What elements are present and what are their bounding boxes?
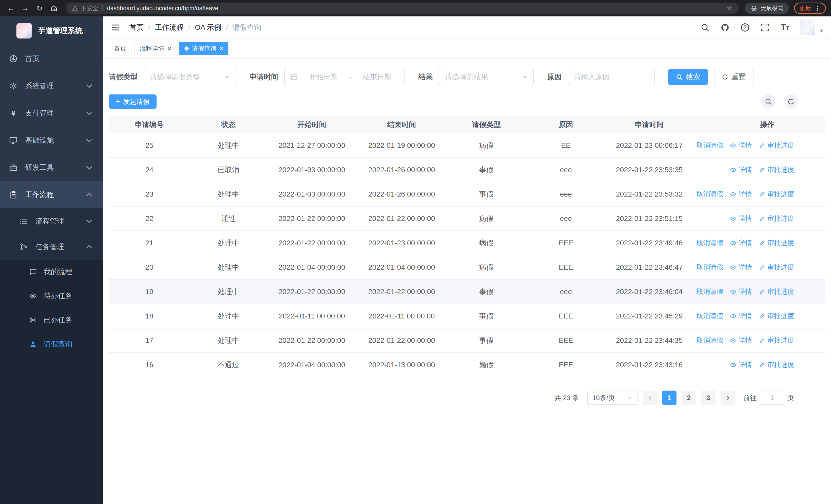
sidebar-item-system[interactable]: 系统管理 xyxy=(0,72,103,99)
action-detail-link[interactable]: 详情 xyxy=(730,238,752,247)
incognito-badge: 无痕模式 xyxy=(745,3,789,14)
action-progress-link[interactable]: 审批进度 xyxy=(758,214,794,223)
back-icon[interactable]: ← xyxy=(5,3,17,14)
action-progress-link[interactable]: 审批进度 xyxy=(758,287,794,296)
cell-status: 不通过 xyxy=(190,360,267,370)
github-icon[interactable] xyxy=(720,22,730,33)
action-detail-link[interactable]: 详情 xyxy=(730,360,752,369)
action-progress-link[interactable]: 审批进度 xyxy=(758,190,794,199)
cell-leave-type: 婚假 xyxy=(447,360,526,370)
sidebar-item-infrastructure[interactable]: 基础设施 xyxy=(0,127,103,154)
refresh-table-icon[interactable] xyxy=(784,94,798,109)
page-button-2[interactable]: 2 xyxy=(682,391,696,405)
leave-type-select[interactable]: 请选择请假类型 xyxy=(144,69,236,85)
home-icon[interactable] xyxy=(48,3,60,14)
sidebar-item-done-tasks[interactable]: 已办任务 xyxy=(0,308,103,332)
action-progress-link[interactable]: 审批进度 xyxy=(758,336,794,345)
sidebar-item-label: 待办任务 xyxy=(44,291,73,301)
url-divider xyxy=(103,5,103,11)
action-progress-link[interactable]: 审批进度 xyxy=(758,360,794,369)
cell-operations: 取消请假详情审批进度 xyxy=(693,238,825,247)
table-header: 申请编号 状态 开始时间 结束时间 请假类型 原因 申请时间 操作 xyxy=(109,116,825,134)
action-cancel-link[interactable]: 取消请假 xyxy=(693,336,723,345)
sidebar-collapse-icon[interactable] xyxy=(108,20,123,35)
sidebar-item-leave-query[interactable]: 请假查询 xyxy=(0,332,103,356)
user-avatar[interactable] xyxy=(800,20,815,35)
page-button-3[interactable]: 3 xyxy=(701,391,716,405)
app-logo: 芋道管理系统 xyxy=(0,17,103,45)
date-range-picker[interactable]: 开始日期 - 结束日期 xyxy=(284,69,405,85)
font-size-icon[interactable]: TT xyxy=(780,22,790,33)
cell-leave-type: 病假 xyxy=(447,214,526,224)
toggle-search-icon[interactable] xyxy=(761,94,776,109)
sidebar-item-label: 研发工具 xyxy=(25,163,54,173)
cell-end-time: 2022-01-22 00:00:00 xyxy=(357,214,447,223)
sidebar-item-home[interactable]: 首页 xyxy=(0,45,103,72)
page-button-1[interactable]: 1 xyxy=(662,391,677,405)
result-select[interactable]: 请选择流结果 xyxy=(439,69,534,85)
forward-icon[interactable]: → xyxy=(20,3,31,14)
sidebar-item-my-process[interactable]: 我的流程 xyxy=(0,260,103,284)
cell-apply-time: 2022-01-23 00:06:17 xyxy=(606,141,693,150)
prev-page-button[interactable] xyxy=(642,391,657,405)
result-label: 结果 xyxy=(418,72,433,82)
action-progress-link[interactable]: 审批进度 xyxy=(758,312,794,321)
action-detail-link[interactable]: 详情 xyxy=(730,287,752,296)
page-size-select[interactable]: 10条/页 xyxy=(587,391,637,405)
action-cancel-link[interactable]: 取消请假 xyxy=(693,190,723,199)
goto-page-input[interactable] xyxy=(761,391,783,405)
search-icon[interactable] xyxy=(700,22,710,33)
bookmark-star-icon[interactable]: ☆ xyxy=(726,4,733,12)
close-icon[interactable]: × xyxy=(220,45,223,52)
security-indicator[interactable]: 不安全 xyxy=(72,4,98,12)
help-icon[interactable]: ? xyxy=(740,22,750,33)
action-progress-link[interactable]: 审批进度 xyxy=(758,238,794,247)
tab-home[interactable]: 首页 xyxy=(109,42,132,55)
goto-suffix: 页 xyxy=(787,393,794,403)
cell-end-time: 2022-01-11 00:00:00 xyxy=(357,312,447,320)
action-progress-link[interactable]: 审批进度 xyxy=(758,141,794,150)
action-detail-link[interactable]: 详情 xyxy=(730,165,752,174)
action-detail-link[interactable]: 详情 xyxy=(730,214,752,223)
action-progress-link[interactable]: 审批进度 xyxy=(758,165,794,174)
browser-update-button[interactable]: 更新 ⋮ xyxy=(794,3,826,14)
action-cancel-link[interactable]: 取消请假 xyxy=(693,312,723,321)
sidebar-item-process-mgmt[interactable]: 流程管理 xyxy=(0,208,103,234)
breadcrumb-home[interactable]: 首页 xyxy=(130,23,144,32)
avatar-caret-icon[interactable]: ▾ xyxy=(820,27,823,35)
breadcrumb-workflow[interactable]: 工作流程 xyxy=(155,23,184,32)
tab-leave-query[interactable]: 请假查询 × xyxy=(179,42,228,55)
sidebar-item-todo-tasks[interactable]: 待办任务 xyxy=(0,284,103,308)
action-cancel-link[interactable]: 取消请假 xyxy=(693,263,723,272)
create-leave-button[interactable]: + 发起请假 xyxy=(109,94,156,109)
fullscreen-icon[interactable] xyxy=(760,22,770,33)
close-icon[interactable]: × xyxy=(167,45,171,52)
action-cancel-link[interactable]: 取消请假 xyxy=(693,238,723,247)
sidebar-item-label: 首页 xyxy=(25,54,39,64)
monitor-icon xyxy=(9,136,18,145)
sidebar-item-workflow[interactable]: 工作流程 xyxy=(0,181,103,208)
sidebar-item-task-mgmt[interactable]: 任务管理 xyxy=(0,234,103,260)
cell-reason: EEE xyxy=(526,263,606,271)
reason-input[interactable] xyxy=(574,73,649,81)
next-page-button[interactable] xyxy=(721,391,735,405)
browser-menu-icon[interactable]: ⋮ xyxy=(814,5,821,12)
reset-button[interactable]: 重置 xyxy=(714,69,753,85)
url-bar[interactable]: 不安全 dashboard.yudao.iocoder.cn/bpm/oa/le… xyxy=(66,3,739,14)
breadcrumb-oa-example[interactable]: OA 示例 xyxy=(195,23,222,32)
sidebar-item-devtools[interactable]: 研发工具 xyxy=(0,154,103,181)
action-detail-link[interactable]: 详情 xyxy=(730,141,752,150)
tab-label: 首页 xyxy=(114,45,126,53)
action-detail-link[interactable]: 详情 xyxy=(730,336,752,345)
action-detail-link[interactable]: 详情 xyxy=(730,312,752,321)
action-cancel-link[interactable]: 取消请假 xyxy=(693,287,723,296)
tab-process-detail[interactable]: 流程详情 × xyxy=(135,42,176,55)
action-detail-link[interactable]: 详情 xyxy=(730,263,752,272)
sidebar-item-payment[interactable]: ¥ 支付管理 xyxy=(0,99,103,127)
action-cancel-link[interactable]: 取消请假 xyxy=(693,141,723,150)
action-progress-link[interactable]: 审批进度 xyxy=(758,263,794,272)
reload-icon[interactable]: ↻ xyxy=(34,3,45,14)
search-icon xyxy=(676,73,683,80)
search-button[interactable]: 搜索 xyxy=(668,69,708,85)
action-detail-link[interactable]: 详情 xyxy=(730,190,752,199)
